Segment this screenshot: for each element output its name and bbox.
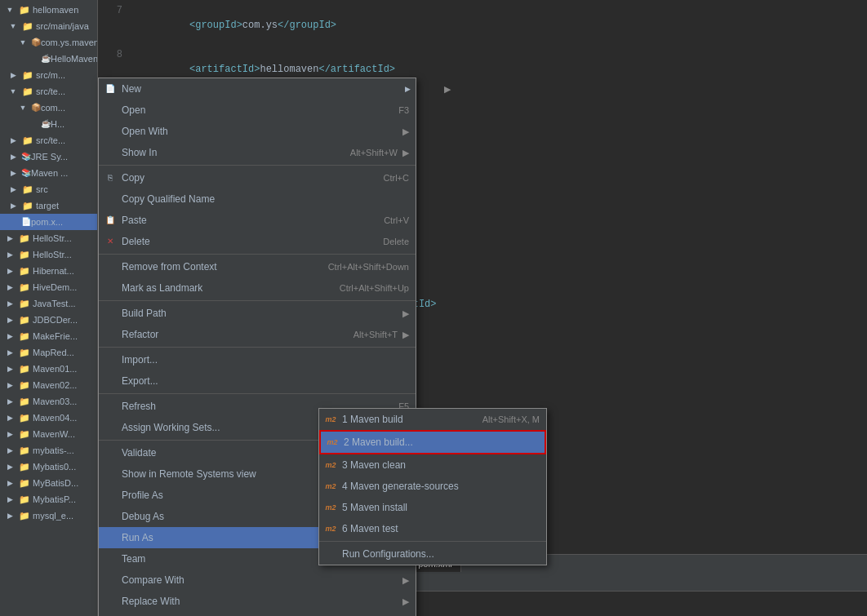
menu-item-import[interactable]: Import... [99, 349, 416, 370]
menu-item-mark-landmark[interactable]: Mark as Landmark Ctrl+Alt+Shift+Up [99, 277, 416, 299]
submenu-arrow-replace: ▶ [386, 593, 409, 609]
tree-item-hellostr1[interactable]: ▶ 📁 HelloStr... [0, 230, 97, 246]
expand-icon: ▶ [3, 379, 16, 392]
tree-label: JRE Sy... [31, 149, 68, 164]
tree-item-hellomaven[interactable]: ▼ 📁 hellomaven [0, 2, 97, 18]
expand-icon: ▶ [3, 264, 16, 277]
tree-item-jre[interactable]: ▶ 📚 JRE Sy... [0, 148, 97, 165]
menu-item-open-with[interactable]: Open With ▶ [99, 121, 416, 142]
menu-item-show-in[interactable]: Show In Alt+Shift+W ▶ [99, 142, 416, 163]
runas-item-5[interactable]: m2 5 Maven install [319, 497, 546, 518]
tree-item-mybatis0[interactable]: ▶ 📁 Mybatis0... [0, 459, 97, 475]
menu-label-copy-qualified: Copy Qualified Name [122, 191, 215, 207]
maven-icon-3: m2 [324, 459, 337, 472]
menu-item-refactor[interactable]: Refactor Alt+Shift+T ▶ [99, 324, 416, 345]
tree-item-src-main[interactable]: ▼ 📁 src/main/java [0, 18, 97, 34]
runas-item-1[interactable]: m2 1 Maven build Alt+Shift+X, M [319, 409, 546, 430]
tree-item-src-te2[interactable]: ▶ 📁 src/te... [0, 132, 97, 148]
tree-item-src-te1[interactable]: ▼ 📁 src/te... [0, 83, 97, 100]
runas-item-run-configs[interactable]: Run Configurations... [319, 543, 546, 565]
tree-item-maven04[interactable]: ▶ 📁 Maven04... [0, 410, 97, 426]
runas-item-2[interactable]: m2 2 Maven build... [319, 430, 546, 454]
tree-item-target[interactable]: ▶ 📁 target [0, 197, 97, 214]
menu-item-paste[interactable]: 📋 Paste Ctrl+V [99, 210, 416, 231]
runas-item-4[interactable]: m2 4 Maven generate-sources [319, 476, 546, 497]
expand-icon: ▶ [3, 362, 16, 375]
tree-item-com[interactable]: ▼ 📦 com... [0, 100, 97, 116]
maven-icon-6: m2 [324, 522, 337, 535]
menu-item-replace-with[interactable]: Replace With ▶ [99, 591, 416, 612]
package-icon: 📦 [31, 35, 41, 50]
menu-label-new: New [122, 81, 141, 97]
expand-icon: ▶ [7, 69, 20, 82]
menu-label-show-remote: Show in Remote Systems view [122, 466, 256, 482]
tree-item-mybatisp[interactable]: ▶ 📁 MybatisP... [0, 491, 97, 507]
tree-item-mapred[interactable]: ▶ 📁 MapRed... [0, 344, 97, 361]
tree-item-hibernat[interactable]: ▶ 📁 Hibernat... [0, 263, 97, 279]
tree-label: src/te... [36, 133, 65, 148]
separator-1 [99, 165, 416, 166]
tree-item-maven02[interactable]: ▶ 📁 Maven02... [0, 377, 97, 393]
separator-3 [99, 300, 416, 301]
expand-icon: ▼ [16, 101, 29, 114]
tree-item-pom[interactable]: 📄 pom.x... [0, 214, 97, 230]
expand-icon: ▼ [3, 3, 16, 16]
runas-item-3[interactable]: m2 3 Maven clean [319, 454, 546, 476]
separator-4 [99, 347, 416, 348]
expand-icon: ▶ [7, 166, 20, 179]
tree-item-mavenw[interactable]: ▶ 📁 MavenW... [0, 426, 97, 442]
menu-item-maven[interactable]: Maven ▶ [99, 612, 416, 616]
lib-icon: 📚 [21, 149, 31, 164]
tree-item-h[interactable]: ☕ H... [0, 116, 97, 132]
menu-item-compare-with[interactable]: Compare With ▶ [99, 569, 416, 591]
menu-item-delete[interactable]: ✕ Delete Delete [99, 231, 416, 252]
tree-item-mybatisd[interactable]: ▶ 📁 MyBatisD... [0, 475, 97, 491]
tree-item-src[interactable]: ▶ 📁 src [0, 181, 97, 197]
folder-icon: 📁 [18, 346, 31, 359]
tree-label: src [36, 182, 48, 197]
tree-item-hellomaven-java[interactable]: ☕ HelloMaven.java [0, 51, 97, 67]
tree-item-makefrie[interactable]: ▶ 📁 MakeFrie... [0, 328, 97, 344]
maven-icon-2: m2 [326, 436, 339, 449]
tree-item-maven01[interactable]: ▶ 📁 Maven01... [0, 361, 97, 377]
tree-item-maven-dep[interactable]: ▶ 📚 Maven ... [0, 165, 97, 181]
folder-icon: 📁 [18, 264, 31, 277]
tree-item-hivedem[interactable]: ▶ 📁 HiveDem... [0, 279, 97, 295]
runas-label-2: 2 Maven build... [344, 434, 413, 450]
tree-label: mysql_e... [33, 508, 73, 523]
menu-item-export[interactable]: Export... [99, 370, 416, 392]
shortcut-show-in: Alt+Shift+W ▶ [334, 144, 409, 161]
menu-label-debug-as: Debug As [122, 508, 164, 525]
menu-item-build-path[interactable]: Build Path ▶ [99, 303, 416, 324]
tree-label: MapRed... [33, 345, 74, 360]
menu-item-open[interactable]: Open F3 [99, 100, 416, 121]
folder-icon: 📁 [18, 313, 31, 326]
expand-icon: ▶ [3, 476, 16, 490]
tree-item-mybatis-[interactable]: ▶ 📁 mybatis-... [0, 442, 97, 459]
code-line-7: 7 <groupId>com.ys</groupId> [98, 3, 867, 47]
folder-icon: 📁 [18, 248, 31, 261]
maven-icon-5: m2 [324, 501, 337, 514]
shortcut-paste: Ctrl+V [367, 212, 409, 228]
tree-item-maven03[interactable]: ▶ 📁 Maven03... [0, 393, 97, 410]
shortcut-mark-landmark: Ctrl+Alt+Shift+Up [323, 280, 409, 296]
tree-item-src-m[interactable]: ▶ 📁 src/m... [0, 67, 97, 83]
runas-item-6[interactable]: m2 6 Maven test [319, 518, 546, 539]
tree-item-jdbcder[interactable]: ▶ 📁 JDBCDer... [0, 312, 97, 328]
menu-item-copy-qualified[interactable]: Copy Qualified Name [99, 188, 416, 210]
expand-icon: ▶ [7, 150, 20, 163]
tree-item-mysql-e[interactable]: ▶ 📁 mysql_e... [0, 507, 97, 524]
tree-item-javatest[interactable]: ▶ 📁 JavaTest... [0, 295, 97, 312]
tree-label: HelloStr... [33, 247, 72, 262]
menu-item-copy[interactable]: ⎘ Copy Ctrl+C [99, 167, 416, 188]
shortcut-copy: Ctrl+C [367, 170, 409, 186]
shortcut-open-with: ▶ [386, 123, 409, 140]
folder-icon: 📁 [21, 199, 34, 212]
menu-item-new[interactable]: 📄 New ▶ [99, 78, 416, 100]
menu-item-remove-context[interactable]: Remove from Context Ctrl+Alt+Shift+Down [99, 256, 416, 277]
tree-item-hellostr2[interactable]: ▶ 📁 HelloStr... [0, 246, 97, 263]
tree-label: HiveDem... [33, 280, 77, 295]
tree-item-package[interactable]: ▼ 📦 com.ys.maven [0, 34, 97, 51]
expand-icon: ▶ [3, 428, 16, 441]
folder-icon: 📁 [18, 509, 31, 522]
